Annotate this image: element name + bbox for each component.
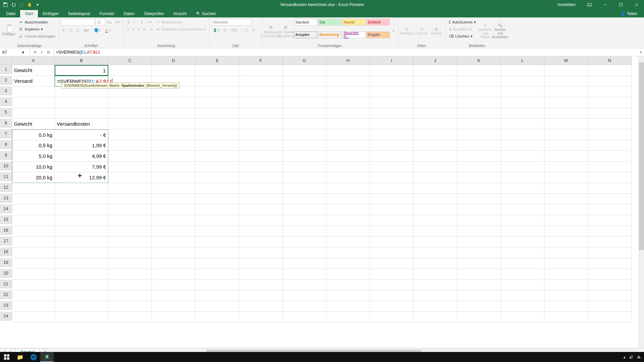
cell-N17[interactable] [588,237,632,247]
cell-K14[interactable] [457,204,501,215]
cell-M18[interactable] [544,247,588,258]
cell-M8[interactable] [544,140,588,151]
copy-button[interactable]: ⎘Kopieren ▾ [17,26,57,33]
grid[interactable]: A B C D E F G H I J K L M N 1Gewicht12Ve… [0,56,644,348]
cell-G12[interactable] [283,183,326,194]
cell-L14[interactable] [501,204,544,215]
cell-C14[interactable] [108,204,152,215]
cell-C6[interactable] [108,119,152,129]
cell-K7[interactable] [457,129,501,140]
rowhdr-8[interactable]: 8 [0,140,12,149]
cell-J15[interactable] [414,215,457,226]
rowhdr-21[interactable]: 21 [0,280,12,288]
style-neutral[interactable]: Neutral [342,19,366,25]
cell-J18[interactable] [414,247,457,258]
cell-G7[interactable] [283,129,326,140]
cell-L20[interactable] [501,269,544,280]
cell-H17[interactable] [326,237,370,247]
cell-D8[interactable] [152,140,196,151]
cell-H16[interactable] [326,226,370,237]
save-icon[interactable] [3,2,8,7]
cell-M12[interactable] [544,183,588,194]
cell-N1[interactable] [588,65,632,76]
rowhdr-4[interactable]: 4 [0,97,12,106]
cell-G9[interactable] [283,151,326,162]
cell-E6[interactable] [196,119,239,129]
cell-G17[interactable] [283,237,326,247]
cell-K20[interactable] [457,269,501,280]
cell-B24[interactable] [55,312,108,322]
cell-B6[interactable]: Versandkosten [55,119,108,129]
cell-N2[interactable] [588,76,632,86]
cell-I9[interactable] [370,151,414,162]
cell-M21[interactable] [544,280,588,290]
task-explorer-icon[interactable]: 📁 [13,352,27,362]
cell-N16[interactable] [588,226,632,237]
cell-M20[interactable] [544,269,588,280]
cell-F9[interactable] [239,151,283,162]
cell-C22[interactable] [108,290,152,301]
cell-L15[interactable] [501,215,544,226]
cell-D4[interactable] [152,97,196,108]
cell-I23[interactable] [370,301,414,312]
colhdr-C[interactable]: C [108,56,152,65]
cell-D24[interactable] [152,312,196,322]
rowhdr-5[interactable]: 5 [0,108,12,117]
align-center-icon[interactable]: ≡ [131,26,136,33]
cell-A14[interactable] [12,204,55,215]
cell-D15[interactable] [152,215,196,226]
cell-I15[interactable] [370,215,414,226]
cell-D19[interactable] [152,258,196,269]
task-edge-icon[interactable]: 🌐 [27,352,40,362]
cancel-formula-button[interactable]: ✕ [32,49,38,55]
cell-E13[interactable] [196,194,239,204]
cell-L16[interactable] [501,226,544,237]
cell-N6[interactable] [588,119,632,129]
cell-I11[interactable] [370,172,414,183]
cell-D6[interactable] [152,119,196,129]
cell-I7[interactable] [370,129,414,140]
cell-F2[interactable] [239,76,283,86]
cell-K5[interactable] [457,108,501,119]
font-size-input[interactable] [95,19,105,25]
cell-D9[interactable] [152,151,196,162]
cell-B1[interactable]: 1 [55,65,108,76]
cell-A2[interactable]: Versand [12,76,55,86]
cell-D23[interactable] [152,301,196,312]
cell-N13[interactable] [588,194,632,204]
cell-J21[interactable] [414,280,457,290]
cell-D21[interactable] [152,280,196,290]
cell-J8[interactable] [414,140,457,151]
cell-C1[interactable] [108,65,152,76]
cell-J3[interactable] [414,86,457,97]
cell-H10[interactable] [326,162,370,172]
cell-J12[interactable] [414,183,457,194]
cell-A19[interactable] [12,258,55,269]
border-button[interactable]: ▦▾ [83,27,91,34]
cell-C4[interactable] [108,97,152,108]
cell-I1[interactable] [370,65,414,76]
cell-I12[interactable] [370,183,414,194]
indent-increase-icon[interactable]: ⇥ [148,26,154,33]
cell-F10[interactable] [239,162,283,172]
name-box-dropdown-icon[interactable]: ▾ [22,50,24,55]
task-excel-icon[interactable]: X [40,352,54,362]
cell-N10[interactable] [588,162,632,172]
cell-G21[interactable] [283,280,326,290]
cell-A3[interactable] [12,86,55,97]
cell-G11[interactable] [283,172,326,183]
cell-G13[interactable] [283,194,326,204]
cell-N11[interactable] [588,172,632,183]
cell-F16[interactable] [239,226,283,237]
cell-C21[interactable] [108,280,152,290]
cell-F22[interactable] [239,290,283,301]
cell-C8[interactable] [108,140,152,151]
font-name-input[interactable] [61,19,95,25]
increase-decimal-icon[interactable]: ←.0 [239,27,249,34]
cell-K22[interactable] [457,290,501,301]
formula-expand-icon[interactable]: ▾ [638,50,644,55]
cell-E11[interactable] [196,172,239,183]
cell-B7[interactable]: - € [55,129,108,140]
tab-ueberpruefen[interactable]: Überprüfen [139,10,169,17]
cell-F4[interactable] [239,97,283,108]
